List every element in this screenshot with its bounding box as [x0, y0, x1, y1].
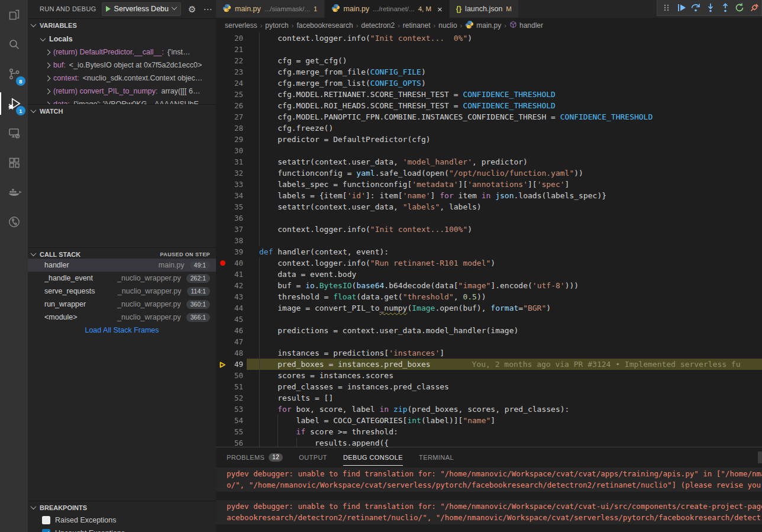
console-message-block[interactable]: pydev debugger: unable to find translati…	[216, 500, 762, 524]
variables-section-header[interactable]: VARIABLES	[28, 18, 216, 31]
code-line[interactable]: 36	[216, 212, 762, 224]
variables-scope-locals[interactable]: Locals	[28, 33, 216, 46]
code-line[interactable]: 28cfg.freeze()	[216, 122, 762, 134]
breakpoints-section-header[interactable]: BREAKPOINTS	[28, 501, 216, 514]
stack-frame-row[interactable]: handlermain.py49:1	[28, 259, 216, 272]
code-line[interactable]: 55if score >= threshold:	[216, 426, 762, 437]
remote-explorer-icon[interactable]	[0, 118, 28, 148]
start-debug-icon[interactable]	[106, 6, 111, 12]
code-line[interactable]: 47	[216, 336, 762, 347]
step-over-button[interactable]	[689, 1, 703, 15]
branch-circle-icon[interactable]	[0, 207, 28, 237]
source-control-icon[interactable]: 8	[0, 59, 28, 89]
code-line[interactable]: 26cfg.MODEL.ROI_HEADS.SCORE_THRESH_TEST …	[216, 100, 762, 111]
code-line[interactable]: 41data = event.body	[216, 269, 762, 280]
breadcrumb-item[interactable]: handler	[509, 21, 543, 30]
panel-tab-output[interactable]: OUTPUT	[299, 447, 327, 467]
code-line[interactable]: 42buf = io.BytesIO(base64.b64decode(data…	[216, 280, 762, 291]
code-line[interactable]: 22cfg = get_cfg()	[216, 55, 762, 66]
code-line[interactable]: 31setattr(context.user_data, 'model_hand…	[216, 156, 762, 167]
code-line[interactable]: 40context.logger.info("Run retinanet-R10…	[216, 257, 762, 269]
stack-frame-row[interactable]: <module>_nuclio_wrapper.py366:1	[28, 311, 216, 324]
breadcrumb-item[interactable]: retinanet	[403, 21, 431, 30]
step-out-button[interactable]	[718, 1, 732, 15]
code-line[interactable]: 50scores = instances.scores	[216, 370, 762, 381]
breadcrumb-item[interactable]: main.py	[465, 20, 501, 31]
code-line[interactable]: 54label = COCO_CATEGORIES[int(label)]["n…	[216, 415, 762, 426]
code-line[interactable]: 24cfg.merge_from_list(CONFIG_OPTS)	[216, 78, 762, 89]
breadcrumb-item[interactable]: detectron2	[361, 21, 395, 30]
code-line[interactable]: 29predictor = DefaultPredictor(cfg)	[216, 134, 762, 145]
variable-row[interactable]: context:<nuclio_sdk.context.Context obje…	[28, 72, 216, 85]
line-number: 30	[216, 145, 243, 156]
code-line[interactable]: 44image = convert_PIL_to_numpy(Image.ope…	[216, 302, 762, 314]
code-line[interactable]: 52results = []	[216, 392, 762, 404]
current-execution-line[interactable]: 49pred_boxes = instances.pred_boxesYou, …	[216, 359, 762, 370]
console-filter-input[interactable]	[758, 452, 762, 463]
breakpoint-row[interactable]: Raised Exceptions	[28, 514, 216, 527]
breadcrumb-item[interactable]: nuclio	[438, 21, 457, 30]
variable-row[interactable]: (return) DefaultPredictor.__call__:{'ins…	[28, 46, 216, 59]
run-and-debug-icon[interactable]: 1	[0, 89, 28, 118]
code-line[interactable]: 51pred_classes = instances.pred_classes	[216, 381, 762, 392]
step-into-button[interactable]	[703, 1, 718, 15]
explorer-icon[interactable]	[0, 0, 28, 30]
code-line[interactable]: 48instances = predictions['instances']	[216, 347, 762, 359]
debug-config-dropdown[interactable]: Serverless Debu	[102, 2, 181, 16]
code-line[interactable]: 33labels_spec = functionconfig['metadata…	[216, 179, 762, 190]
code-line[interactable]: 23cfg.merge_from_file(CONFIG_FILE)	[216, 66, 762, 78]
breakpoint-row[interactable]: Uncaught Exceptions	[28, 527, 216, 532]
variable-row[interactable]: data:{'image': 'iVBORw0KG…AAAANSUhE…	[28, 98, 216, 104]
code-line[interactable]: 30	[216, 145, 762, 156]
more-actions-icon[interactable]: ⋯	[203, 5, 212, 14]
code-line[interactable]: 27cfg.MODEL.PANOPTIC_FPN.COMBINE.INSTANC…	[216, 111, 762, 122]
stack-frame-row[interactable]: _handle_event_nuclio_wrapper.py262:1	[28, 272, 216, 285]
editor-tab[interactable]: {}launch.jsonM	[450, 0, 519, 18]
editor-tab[interactable]: main.py.../retinanet/...4, M×	[325, 0, 450, 18]
code-line[interactable]: 46predictions = context.user_data.model_…	[216, 325, 762, 336]
debug-console-output[interactable]: pydev debugger: unable to find translati…	[216, 467, 762, 532]
gear-icon[interactable]: ⚙	[188, 5, 196, 14]
panel-tab-problems[interactable]: PROBLEMS12	[227, 447, 283, 467]
checkbox-checked[interactable]	[42, 529, 50, 532]
breadcrumb-item[interactable]: facebookresearch	[296, 21, 353, 30]
panel-tab-terminal[interactable]: TERMINAL	[419, 447, 454, 467]
variable-row[interactable]: (return) convert_PIL_to_numpy:array([[[ …	[28, 85, 216, 98]
breadcrumb-item[interactable]: pytorch	[265, 21, 288, 30]
docker-icon[interactable]	[0, 178, 28, 207]
continue-button[interactable]	[674, 1, 689, 15]
watch-section-header[interactable]: WATCH	[28, 104, 216, 117]
code-line[interactable]: 53for box, score, label in zip(pred_boxe…	[216, 404, 762, 415]
breadcrumb-item[interactable]: serverless	[225, 21, 257, 30]
code-line[interactable]: 34labels = {item['id']: item['name'] for…	[216, 190, 762, 201]
panel-tab-debug-console[interactable]: DEBUG CONSOLE	[343, 447, 403, 467]
restart-button[interactable]	[732, 1, 747, 15]
code-line[interactable]: 39def handler(context, event):	[216, 246, 762, 257]
code-line[interactable]: 38	[216, 235, 762, 246]
code-line[interactable]: 35setattr(context.user_data, "labels", l…	[216, 201, 762, 212]
frame-file: _nuclio_wrapper.py	[118, 287, 182, 295]
close-icon[interactable]: ×	[437, 4, 443, 14]
code-editor[interactable]: 20context.logger.info("Init context... 0…	[216, 33, 762, 447]
stack-frame-row[interactable]: serve_requests_nuclio_wrapper.py114:1	[28, 285, 216, 298]
code-line[interactable]: 32functionconfig = yaml.safe_load(open("…	[216, 167, 762, 179]
variable-name: (return) DefaultPredictor.__call__:	[53, 48, 164, 56]
code-line[interactable]: 25cfg.MODEL.RETINANET.SCORE_THRESH_TEST …	[216, 89, 762, 100]
code-line[interactable]: 43threshold = float(data.get("threshold"…	[216, 291, 762, 302]
code-line[interactable]: 45	[216, 314, 762, 325]
variable-row[interactable]: buf:<_io.BytesIO object at 0x7f5a2dc1ecc…	[28, 59, 216, 72]
disconnect-button[interactable]	[747, 1, 761, 15]
search-icon[interactable]	[0, 30, 28, 59]
checkbox-unchecked[interactable]	[42, 516, 50, 524]
code-line[interactable]: 37context.logger.info("Init context...10…	[216, 224, 762, 235]
line-number: 34	[216, 190, 243, 201]
load-all-stack-frames-link[interactable]: Load All Stack Frames	[28, 324, 216, 337]
extensions-icon[interactable]	[0, 148, 28, 178]
code-line[interactable]: 56results.append({	[216, 437, 762, 447]
stack-frame-row[interactable]: run_wrapper_nuclio_wrapper.py360:1	[28, 298, 216, 311]
drag-handle-icon[interactable]	[660, 1, 674, 15]
editor-tab[interactable]: main.py.../siammask/...1	[216, 0, 325, 18]
code-line[interactable]: 21	[216, 44, 762, 55]
console-message-block[interactable]: pydev debugger: unable to find translati…	[216, 467, 762, 492]
code-line[interactable]: 20context.logger.info("Init context... 0…	[216, 33, 762, 44]
